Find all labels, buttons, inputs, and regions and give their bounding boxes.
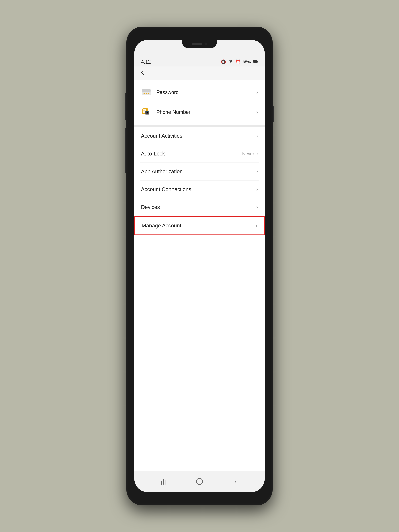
account-connections-item[interactable]: Account Connections › bbox=[134, 180, 265, 198]
svg-rect-2 bbox=[253, 61, 257, 63]
auto-lock-value: Never bbox=[242, 151, 254, 156]
notch-area bbox=[134, 40, 265, 56]
section-divider-1 bbox=[134, 125, 265, 127]
manage-account-left: Manage Account bbox=[142, 223, 181, 229]
home-button[interactable] bbox=[194, 476, 205, 487]
phone-device: 4:12 ⊖ 🔇 ⏰ 95% bbox=[126, 27, 273, 505]
account-activities-item[interactable]: Account Activities › bbox=[134, 127, 265, 145]
recents-bar-3 bbox=[165, 480, 165, 485]
menu-container: Password › bbox=[134, 80, 265, 471]
svg-rect-12 bbox=[143, 111, 145, 111]
phone-number-menu-item[interactable]: 📱 Phone Number › bbox=[134, 102, 265, 122]
manage-account-item[interactable]: Manage Account › bbox=[134, 216, 265, 235]
dnd-icon: ⊖ bbox=[152, 60, 156, 64]
back-nav-icon: ‹ bbox=[235, 478, 237, 485]
back-nav-button[interactable]: ‹ bbox=[230, 476, 241, 487]
app-authorization-item[interactable]: App Authorization › bbox=[134, 163, 265, 180]
auto-lock-chevron: › bbox=[256, 151, 258, 157]
account-activities-label: Account Activities bbox=[141, 133, 182, 139]
password-chevron-icon: › bbox=[256, 89, 258, 95]
back-button[interactable] bbox=[140, 70, 146, 77]
phone-number-item-left: 📱 Phone Number bbox=[141, 108, 190, 116]
phone-number-chevron-icon: › bbox=[256, 109, 258, 115]
devices-item[interactable]: Devices › bbox=[134, 198, 265, 216]
app-authorization-left: App Authorization bbox=[141, 169, 183, 175]
manage-account-chevron: › bbox=[256, 223, 257, 228]
recents-bar-2 bbox=[163, 479, 164, 485]
svg-point-6 bbox=[144, 93, 145, 94]
devices-left: Devices bbox=[141, 204, 160, 210]
svg-rect-11 bbox=[143, 110, 146, 110]
battery-label: 95% bbox=[243, 60, 251, 64]
speaker bbox=[192, 43, 203, 45]
home-icon bbox=[196, 478, 203, 485]
status-time: 4:12 ⊖ bbox=[141, 59, 156, 65]
account-connections-left: Account Connections bbox=[141, 186, 191, 192]
camera bbox=[205, 43, 207, 45]
auto-lock-right: Never › bbox=[242, 151, 258, 157]
app-authorization-label: App Authorization bbox=[141, 169, 183, 175]
bottom-nav: ‹ bbox=[134, 471, 265, 492]
manage-account-label: Manage Account bbox=[142, 223, 181, 229]
account-connections-label: Account Connections bbox=[141, 186, 191, 192]
svg-rect-5 bbox=[142, 89, 151, 92]
phone-icon-wrap: 📱 bbox=[141, 108, 152, 116]
svg-point-7 bbox=[146, 93, 147, 94]
status-bar: 4:12 ⊖ 🔇 ⏰ 95% bbox=[134, 57, 265, 66]
password-item-left: Password bbox=[141, 88, 179, 96]
phone-number-label: Phone Number bbox=[156, 109, 190, 115]
app-content: Password › bbox=[134, 66, 265, 471]
account-connections-chevron: › bbox=[256, 186, 258, 192]
notch bbox=[182, 40, 217, 48]
password-icon-wrap bbox=[141, 88, 152, 96]
credentials-section: Password › bbox=[134, 80, 265, 125]
auto-lock-left: Auto-Lock bbox=[141, 151, 165, 157]
alarm-icon: ⏰ bbox=[235, 59, 241, 64]
content-spacer bbox=[134, 235, 265, 471]
password-menu-item[interactable]: Password › bbox=[134, 82, 265, 102]
app-authorization-chevron: › bbox=[256, 169, 258, 174]
phone-screen: 4:12 ⊖ 🔇 ⏰ 95% bbox=[134, 40, 265, 492]
time-label: 4:12 bbox=[141, 59, 151, 65]
svg-text:📱: 📱 bbox=[146, 111, 149, 114]
account-activities-chevron: › bbox=[256, 133, 258, 139]
account-activities-left: Account Activities bbox=[141, 133, 182, 139]
battery-icon bbox=[253, 59, 258, 64]
settings-section: Account Activities › Auto-Lock Never › bbox=[134, 127, 265, 235]
svg-point-8 bbox=[148, 93, 149, 94]
auto-lock-item[interactable]: Auto-Lock Never › bbox=[134, 145, 265, 163]
mute-icon: 🔇 bbox=[221, 59, 226, 64]
recents-icon bbox=[161, 478, 165, 485]
phone-number-icon: 📱 bbox=[142, 108, 151, 116]
status-icons: 🔇 ⏰ 95% bbox=[221, 59, 258, 64]
wifi-icon bbox=[228, 59, 233, 64]
phone-number-chevron-wrap: › bbox=[256, 109, 258, 115]
password-label: Password bbox=[156, 89, 179, 95]
recents-bar-1 bbox=[161, 481, 162, 485]
nav-bar bbox=[134, 66, 265, 80]
svg-point-0 bbox=[230, 62, 231, 63]
auto-lock-label: Auto-Lock bbox=[141, 151, 165, 157]
devices-chevron: › bbox=[256, 204, 258, 210]
password-icon bbox=[141, 89, 151, 96]
password-chevron-wrap: › bbox=[256, 89, 258, 95]
svg-rect-3 bbox=[257, 61, 258, 62]
devices-label: Devices bbox=[141, 204, 160, 210]
recents-button[interactable] bbox=[158, 476, 169, 487]
